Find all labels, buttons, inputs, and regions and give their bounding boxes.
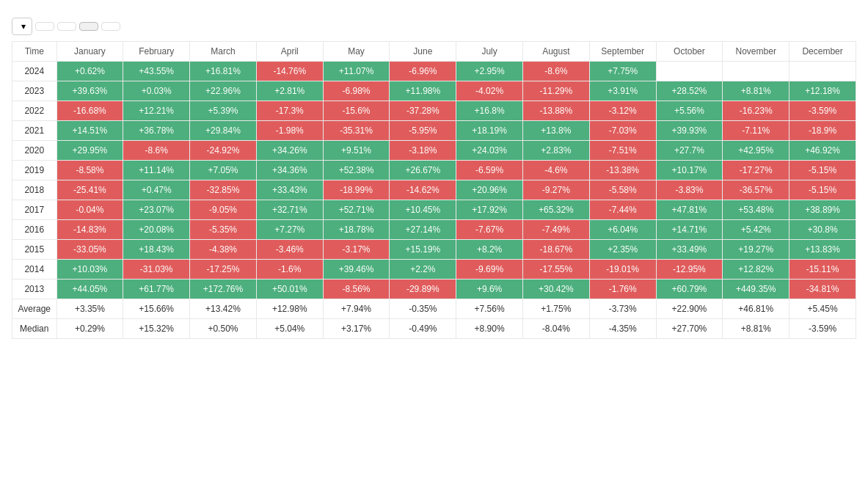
value-cell: +14.51% [56, 121, 123, 141]
value-cell: +2.35% [589, 240, 656, 260]
value-cell: +10.45% [390, 200, 456, 220]
value-cell: +36.78% [123, 121, 190, 141]
value-cell: -1.6% [256, 260, 323, 280]
value-cell: +29.95% [56, 141, 123, 161]
year-cell: 2023 [12, 81, 57, 101]
value-cell: -29.89% [390, 280, 456, 299]
value-cell: -1.76% [589, 280, 656, 299]
median-cell: -4.35% [589, 319, 656, 339]
year-cell: 2019 [12, 161, 57, 180]
value-cell: -5.58% [589, 180, 656, 200]
value-cell: +16.81% [190, 62, 257, 81]
tab-quarterly-returns[interactable] [101, 22, 120, 31]
median-cell: +27.70% [656, 319, 723, 339]
col-header-may: May [323, 42, 390, 62]
median-label: Median [12, 319, 57, 339]
value-cell: -6.96% [390, 62, 456, 81]
value-cell: -31.03% [123, 260, 190, 280]
value-cell: -13.38% [589, 161, 656, 180]
value-cell: -3.83% [656, 180, 723, 200]
value-cell: -9.27% [522, 180, 589, 200]
year-cell: 2021 [12, 121, 57, 141]
tab-monthly-returns[interactable] [79, 22, 98, 31]
col-header-july: July [456, 42, 523, 62]
tab-weekly-returns[interactable] [57, 22, 76, 31]
value-cell: +2.95% [456, 62, 523, 81]
value-cell: -7.11% [723, 121, 789, 141]
value-cell: +20.08% [123, 220, 190, 240]
value-cell: -6.59% [456, 161, 523, 180]
value-cell: -3.18% [390, 141, 456, 161]
value-cell: +33.49% [656, 240, 723, 260]
value-cell: +43.55% [123, 62, 190, 81]
value-cell: +24.03% [456, 141, 523, 161]
value-cell: +10.17% [656, 161, 723, 180]
value-cell: -8.58% [56, 161, 123, 180]
median-cell: +3.17% [323, 319, 390, 339]
value-cell [723, 62, 789, 81]
value-cell: +65.32% [522, 200, 589, 220]
asset-selector[interactable]: ▾ [12, 18, 32, 35]
value-cell: -3.12% [589, 101, 656, 121]
value-cell: +7.05% [190, 161, 257, 180]
value-cell: +50.01% [256, 280, 323, 299]
value-cell: -1.98% [256, 121, 323, 141]
table-row: 2019-8.58%+11.14%+7.05%+34.36%+52.38%+26… [12, 161, 856, 180]
value-cell: +52.38% [323, 161, 390, 180]
value-cell: -24.92% [190, 141, 257, 161]
value-cell: +19.27% [723, 240, 789, 260]
year-cell: 2018 [12, 180, 57, 200]
value-cell: +34.36% [256, 161, 323, 180]
average-label: Average [12, 299, 57, 319]
value-cell: -36.57% [723, 180, 789, 200]
value-cell: -37.28% [390, 101, 456, 121]
value-cell: +18.19% [456, 121, 523, 141]
value-cell: +449.35% [723, 280, 789, 299]
value-cell: -5.15% [789, 161, 856, 180]
value-cell: +11.07% [323, 62, 390, 81]
table-row: 2022-16.68%+12.21%+5.39%-17.3%-15.6%-37.… [12, 101, 856, 121]
value-cell: -18.67% [522, 240, 589, 260]
value-cell: -33.05% [56, 240, 123, 260]
value-cell: +2.83% [522, 141, 589, 161]
value-cell: +172.76% [190, 280, 257, 299]
value-cell: +10.03% [56, 260, 123, 280]
value-cell: +22.96% [190, 81, 257, 101]
value-cell: -12.95% [656, 260, 723, 280]
value-cell: -8.56% [323, 280, 390, 299]
value-cell: +0.47% [123, 180, 190, 200]
value-cell: +0.03% [123, 81, 190, 101]
year-cell: 2017 [12, 200, 57, 220]
value-cell: -4.6% [522, 161, 589, 180]
value-cell: +39.46% [323, 260, 390, 280]
value-cell: -5.35% [190, 220, 257, 240]
col-header-august: August [522, 42, 589, 62]
average-cell: +5.45% [789, 299, 856, 319]
value-cell: +33.43% [256, 180, 323, 200]
value-cell: +60.79% [656, 280, 723, 299]
value-cell: +7.27% [256, 220, 323, 240]
value-cell: +28.52% [656, 81, 723, 101]
value-cell: +5.42% [723, 220, 789, 240]
average-cell: +22.90% [656, 299, 723, 319]
value-cell: +17.92% [456, 200, 523, 220]
value-cell: -11.29% [522, 81, 589, 101]
average-cell: +46.81% [723, 299, 789, 319]
tab-daily-returns[interactable] [35, 22, 54, 31]
value-cell: -6.98% [323, 81, 390, 101]
year-cell: 2020 [12, 141, 57, 161]
value-cell: -18.9% [789, 121, 856, 141]
median-row: Median+0.29%+15.32%+0.50%+5.04%+3.17%-0.… [12, 319, 856, 339]
value-cell: +16.8% [456, 101, 523, 121]
year-cell: 2014 [12, 260, 57, 280]
value-cell: +61.77% [123, 280, 190, 299]
value-cell: +34.26% [256, 141, 323, 161]
returns-table: TimeJanuaryFebruaryMarchAprilMayJuneJuly… [12, 41, 856, 339]
value-cell: -13.88% [522, 101, 589, 121]
table-row: 2020+29.95%-8.6%-24.92%+34.26%+9.51%-3.1… [12, 141, 856, 161]
col-header-september: September [589, 42, 656, 62]
value-cell: +6.04% [589, 220, 656, 240]
value-cell: -7.03% [589, 121, 656, 141]
value-cell: +30.42% [522, 280, 589, 299]
value-cell: -19.01% [589, 260, 656, 280]
